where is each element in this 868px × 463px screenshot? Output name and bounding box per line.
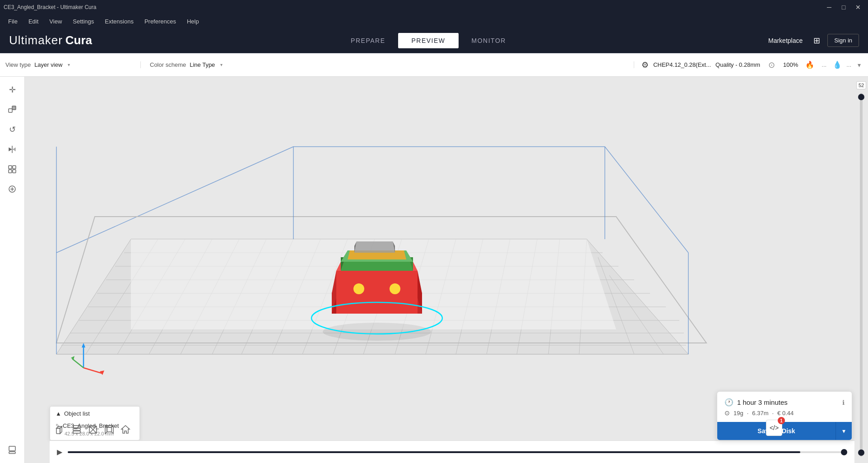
sync-icon: ⊙ <box>768 60 775 70</box>
move-tool-button[interactable]: ✛ <box>4 81 21 98</box>
menu-bar: File Edit View Settings Extensions Prefe… <box>0 14 868 28</box>
layer-slider-track[interactable] <box>860 93 863 457</box>
menu-extensions[interactable]: Extensions <box>100 16 138 27</box>
marketplace-button[interactable]: Marketplace <box>765 35 806 46</box>
svg-line-75 <box>84 368 102 373</box>
left-tool-panel: ✛ ↺ <box>0 77 25 463</box>
svg-line-36 <box>333 239 375 354</box>
perspective-view-button[interactable] <box>102 422 116 437</box>
svg-line-44 <box>579 239 587 354</box>
menu-file[interactable]: File <box>4 16 22 27</box>
view-type-label: View type <box>5 61 31 68</box>
layer-number-top: 52 <box>856 81 866 89</box>
printer-settings-icon[interactable]: ⚙ <box>641 60 649 70</box>
color-scheme-label: Color scheme <box>150 61 186 68</box>
menu-help[interactable]: Help <box>182 16 204 27</box>
tab-preview[interactable]: PREVIEW <box>398 33 458 48</box>
view-type-dropdown[interactable]: ▾ <box>68 62 70 67</box>
window-title: CE3_Angled_Bracket - Ultimaker Cura <box>4 4 96 10</box>
viewport-3d[interactable]: 52 ▲ Object list ✎ CE3_Angled_Bracket 42… <box>25 77 868 463</box>
svg-rect-83 <box>73 428 80 431</box>
svg-line-28 <box>86 239 158 354</box>
save-dropdown-button[interactable]: ▾ <box>836 422 852 440</box>
svg-marker-48 <box>131 239 616 329</box>
svg-marker-51 <box>332 293 336 314</box>
svg-marker-54 <box>336 271 418 298</box>
svg-line-33 <box>241 239 293 354</box>
scale-tool-button[interactable] <box>4 101 21 118</box>
layer-slider-thumb-top[interactable] <box>858 94 864 100</box>
tab-monitor[interactable]: MONITOR <box>459 33 519 48</box>
menu-settings[interactable]: Settings <box>68 16 98 27</box>
toolbar-more2[interactable]: ... <box>846 61 851 68</box>
svg-line-29 <box>117 239 185 354</box>
svg-line-41 <box>487 239 510 354</box>
toolbar-icon2[interactable]: 💧 <box>833 60 842 69</box>
svg-marker-65 <box>354 241 395 253</box>
play-button[interactable]: ▶ <box>57 448 62 456</box>
menu-view[interactable]: View <box>45 16 66 27</box>
close-button[interactable]: ✕ <box>852 1 864 14</box>
xray-view-button[interactable] <box>86 422 100 437</box>
svg-marker-74 <box>82 343 85 347</box>
notification-badge: 1 <box>778 417 785 424</box>
signin-button[interactable]: Sign in <box>827 34 859 47</box>
toolbar-more-label[interactable]: ... <box>822 61 826 68</box>
material-tool-button[interactable] <box>4 441 21 458</box>
clock-icon: 🕐 <box>724 398 733 407</box>
undo-tool-button[interactable]: ↺ <box>4 121 21 138</box>
minimize-button[interactable]: ─ <box>823 1 836 14</box>
print-stats: ⊙ 19g · 6.37m · € 0.44 <box>724 409 845 417</box>
toolbar-expand-icon[interactable]: ▾ <box>856 60 863 70</box>
logo-ultimaker: Ultimaker <box>9 33 63 47</box>
quality-badge: Quality - 0.28mm <box>715 61 760 68</box>
svg-marker-59 <box>341 257 345 271</box>
progress-track[interactable] <box>68 451 847 453</box>
tab-prepare[interactable]: PREPARE <box>338 33 398 48</box>
svg-marker-78 <box>71 356 74 360</box>
view-type-value: Layer view <box>34 61 62 68</box>
print-info-body: 🕐 1 hour 3 minutes ℹ ⊙ 19g · 6.37m · € 0… <box>717 392 852 422</box>
menu-preferences[interactable]: Preferences <box>140 16 181 27</box>
print-settings-icon[interactable]: 🔥 <box>803 59 817 71</box>
svg-rect-1 <box>12 106 16 110</box>
svg-line-15 <box>56 147 293 253</box>
print-weight: 19g <box>733 410 743 417</box>
info-icon[interactable]: ℹ <box>842 399 845 406</box>
svg-marker-61 <box>341 250 413 262</box>
3d-view-button[interactable] <box>53 422 68 437</box>
svg-point-68 <box>311 302 442 334</box>
svg-line-39 <box>426 239 456 354</box>
layers-view-button[interactable] <box>70 422 84 437</box>
svg-marker-55 <box>332 271 336 314</box>
color-scheme-dropdown[interactable]: ▾ <box>220 62 223 67</box>
printer-name: CHEP4.12_0.28(Ext... <box>653 61 711 68</box>
svg-marker-81 <box>60 426 62 434</box>
mirror-tool-button[interactable] <box>4 141 21 158</box>
object-list-header[interactable]: ▲ Object list <box>56 410 134 417</box>
print-length: 6.37m <box>752 410 768 417</box>
main-area: ✛ ↺ <box>0 77 868 463</box>
svg-marker-66 <box>354 241 357 253</box>
support-tool-button[interactable] <box>4 181 21 198</box>
home-view-button[interactable] <box>118 422 133 437</box>
layer-slider-area: 52 <box>854 77 868 463</box>
menu-edit[interactable]: Edit <box>24 16 43 27</box>
color-scheme-section: Color scheme Line Type ▾ <box>141 61 634 68</box>
svg-line-37 <box>363 239 402 354</box>
logo-cura: Cura <box>65 33 92 47</box>
svg-rect-6 <box>13 166 16 169</box>
progress-thumb[interactable] <box>841 449 847 455</box>
multiobject-tool-button[interactable] <box>4 161 21 178</box>
layer-slider-thumb-bottom[interactable] <box>858 449 864 456</box>
code-btn-wrapper: </> 1 <box>766 420 782 436</box>
maximize-button[interactable]: □ <box>837 1 850 14</box>
apps-grid-icon[interactable]: ⊞ <box>812 34 822 47</box>
svg-marker-17 <box>56 239 688 354</box>
object-list-title: Object list <box>64 410 90 417</box>
print-time-row: 🕐 1 hour 3 minutes ℹ <box>724 398 845 407</box>
svg-marker-47 <box>56 217 706 343</box>
svg-line-46 <box>609 275 664 354</box>
svg-line-16 <box>605 147 688 253</box>
svg-marker-60 <box>408 257 413 271</box>
